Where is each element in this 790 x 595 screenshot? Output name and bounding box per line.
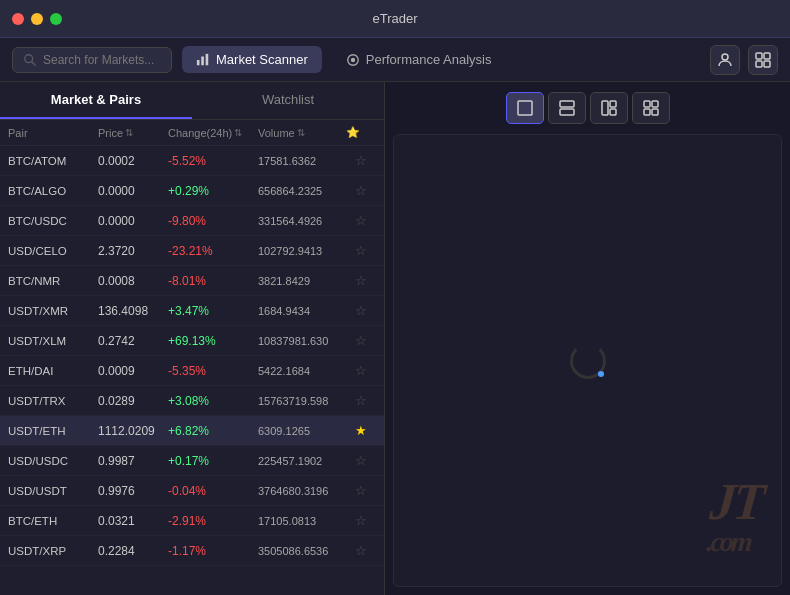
pair-name: BTC/ETH [8, 515, 98, 527]
price-value: 0.0009 [98, 364, 168, 378]
price-value: 1112.0209 [98, 424, 168, 438]
star-toggle[interactable]: ☆ [346, 363, 376, 378]
search-placeholder: Search for Markets... [43, 53, 154, 67]
star-toggle[interactable]: ☆ [346, 483, 376, 498]
star-toggle[interactable]: ☆ [346, 333, 376, 348]
svg-rect-18 [644, 101, 650, 107]
table-row[interactable]: USDT/XRP 0.2284 -1.17% 3505086.6536 ☆ [0, 536, 384, 566]
split-4b-layout-icon [642, 99, 660, 117]
layout-single-button[interactable] [506, 92, 544, 124]
table-row[interactable]: USD/USDT 0.9976 -0.04% 3764680.3196 ☆ [0, 476, 384, 506]
svg-line-1 [32, 61, 36, 65]
header-volume[interactable]: Volume ⇅ [258, 127, 346, 139]
star-toggle[interactable]: ☆ [346, 453, 376, 468]
svg-rect-20 [644, 109, 650, 115]
table-row[interactable]: USDT/ETH 1112.0209 +6.82% 6309.1265 ★ [0, 416, 384, 446]
table-row[interactable]: USDT/XMR 136.4098 +3.47% 1684.9434 ☆ [0, 296, 384, 326]
volume-value: 3821.8429 [258, 275, 346, 287]
svg-rect-19 [652, 101, 658, 107]
volume-value: 3505086.6536 [258, 545, 346, 557]
table-row[interactable]: USDT/TRX 0.0289 +3.08% 15763719.598 ☆ [0, 386, 384, 416]
single-layout-icon [516, 99, 534, 117]
price-value: 0.2742 [98, 334, 168, 348]
volume-value: 331564.4926 [258, 215, 346, 227]
table-row[interactable]: BTC/ALGO 0.0000 +0.29% 656864.2325 ☆ [0, 176, 384, 206]
star-toggle[interactable]: ☆ [346, 213, 376, 228]
volume-value: 17105.0813 [258, 515, 346, 527]
watchlist-subtab[interactable]: Watchlist [192, 82, 384, 119]
header-pair[interactable]: Pair [8, 127, 98, 139]
change-value: +3.47% [168, 304, 258, 318]
user-icon-button[interactable] [710, 45, 740, 75]
titlebar: eTrader [0, 0, 790, 38]
pair-name: BTC/ATOM [8, 155, 98, 167]
pair-name: USD/USDT [8, 485, 98, 497]
star-toggle[interactable]: ☆ [346, 243, 376, 258]
chart-area: JT .com [393, 134, 782, 587]
performance-icon [346, 53, 360, 67]
star-toggle[interactable]: ☆ [346, 393, 376, 408]
header-price[interactable]: Price ⇅ [98, 127, 168, 139]
table-row[interactable]: BTC/ATOM 0.0002 -5.52% 17581.6362 ☆ [0, 146, 384, 176]
volume-value: 6309.1265 [258, 425, 346, 437]
layout-icon-button[interactable] [748, 45, 778, 75]
price-sort-icon: ⇅ [125, 127, 133, 138]
change-value: -2.91% [168, 514, 258, 528]
minimize-button[interactable] [31, 13, 43, 25]
layout-split-4-button[interactable] [590, 92, 628, 124]
table-row[interactable]: USD/USDC 0.9987 +0.17% 225457.1902 ☆ [0, 446, 384, 476]
star-toggle[interactable]: ☆ [346, 183, 376, 198]
pair-name: USDT/ETH [8, 425, 98, 437]
right-panel: JT .com [385, 82, 790, 595]
svg-rect-2 [197, 60, 200, 65]
star-toggle[interactable]: ☆ [346, 543, 376, 558]
market-scanner-tab[interactable]: Market Scanner [182, 46, 322, 73]
star-toggle[interactable]: ☆ [346, 153, 376, 168]
performance-analysis-tab[interactable]: Performance Analysis [332, 46, 506, 73]
header-change[interactable]: Change(24h) ⇅ [168, 127, 258, 139]
star-toggle[interactable]: ☆ [346, 273, 376, 288]
left-panel: Market & Pairs Watchlist Pair Price ⇅ Ch… [0, 82, 385, 595]
fullscreen-button[interactable] [50, 13, 62, 25]
main-content: Market & Pairs Watchlist Pair Price ⇅ Ch… [0, 82, 790, 595]
volume-value: 10837981.630 [258, 335, 346, 347]
table-row[interactable]: BTC/NMR 0.0008 -8.01% 3821.8429 ☆ [0, 266, 384, 296]
traffic-lights [12, 13, 62, 25]
svg-rect-17 [610, 109, 616, 115]
svg-rect-21 [652, 109, 658, 115]
pair-name: USD/CELO [8, 245, 98, 257]
close-button[interactable] [12, 13, 24, 25]
search-box[interactable]: Search for Markets... [12, 47, 172, 73]
market-pairs-subtab[interactable]: Market & Pairs [0, 82, 192, 119]
volume-value: 5422.1684 [258, 365, 346, 377]
change-value: -9.80% [168, 214, 258, 228]
price-value: 0.0002 [98, 154, 168, 168]
user-icon [717, 52, 733, 68]
watermark-letters: JT [708, 476, 764, 528]
table-row[interactable]: USDT/XLM 0.2742 +69.13% 10837981.630 ☆ [0, 326, 384, 356]
svg-rect-16 [610, 101, 616, 107]
svg-rect-11 [764, 61, 770, 67]
table-row[interactable]: USD/CELO 2.3720 -23.21% 102792.9413 ☆ [0, 236, 384, 266]
price-value: 0.0000 [98, 184, 168, 198]
star-toggle[interactable]: ☆ [346, 303, 376, 318]
table-row[interactable]: ETH/DAI 0.0009 -5.35% 5422.1684 ☆ [0, 356, 384, 386]
price-value: 0.0000 [98, 214, 168, 228]
table-row[interactable]: BTC/USDC 0.0000 -9.80% 331564.4926 ☆ [0, 206, 384, 236]
star-toggle[interactable]: ☆ [346, 513, 376, 528]
svg-point-7 [722, 54, 728, 60]
layout-split-4b-button[interactable] [632, 92, 670, 124]
svg-rect-12 [518, 101, 532, 115]
volume-value: 15763719.598 [258, 395, 346, 407]
svg-rect-10 [756, 61, 762, 67]
svg-rect-4 [206, 53, 209, 64]
table-row[interactable]: BTC/ETH 0.0321 -2.91% 17105.0813 ☆ [0, 506, 384, 536]
watermark-sub: .com [706, 528, 760, 556]
table-body: BTC/ATOM 0.0002 -5.52% 17581.6362 ☆ BTC/… [0, 146, 384, 595]
layout-split-h-button[interactable] [548, 92, 586, 124]
pair-name: USDT/XLM [8, 335, 98, 347]
change-value: -5.35% [168, 364, 258, 378]
chart-controls [494, 82, 682, 134]
svg-rect-13 [560, 101, 574, 107]
star-toggle[interactable]: ★ [346, 423, 376, 438]
